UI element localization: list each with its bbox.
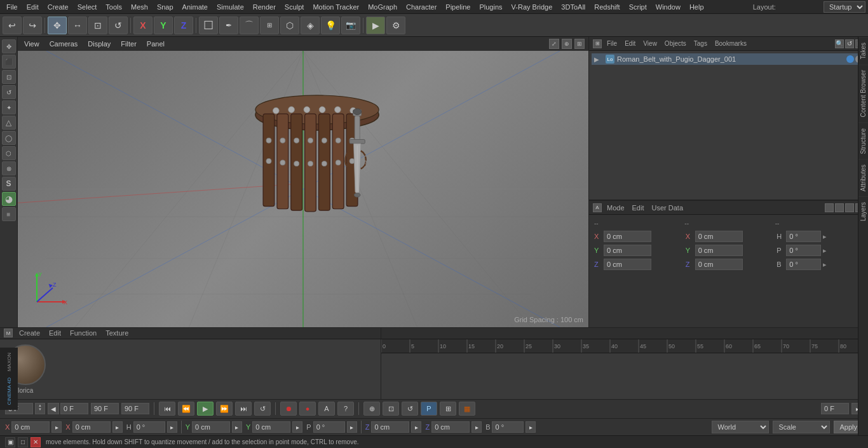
playback-mode-btn[interactable]: P [421, 402, 437, 416]
cb-input[interactable]: 0 ° [492, 421, 524, 433]
obj-menu-objects[interactable]: Objects [662, 39, 689, 48]
snap-btn-3[interactable]: ↺ [402, 402, 418, 416]
attr-menu-mode[interactable]: Mode [604, 203, 627, 213]
play-button[interactable]: ▶ [197, 402, 214, 416]
menu-motion-tracker[interactable]: Motion Tracker [309, 2, 363, 12]
viewport[interactable]: View Cameras Display Filter Panel ⤢ ⊕ ⊞ … [18, 37, 588, 327]
frame-back-btn[interactable]: ◀ [48, 403, 59, 414]
h-arrow[interactable]: ▸ [823, 233, 827, 241]
end-frame-input2[interactable]: 90 F [121, 403, 149, 414]
redo-button[interactable]: ↩ [23, 17, 42, 34]
object-mode-button[interactable]: ☐ [199, 17, 218, 34]
cp-arrow[interactable]: ▸ [347, 421, 357, 433]
cx-size-input[interactable]: 0 cm [72, 421, 111, 433]
left-tool-5[interactable]: ✦ [2, 100, 16, 114]
mat-menu-function[interactable]: Function [67, 328, 99, 338]
world-dropdown[interactable]: World [712, 421, 769, 433]
z-axis-button[interactable]: Z [174, 17, 193, 34]
attr-menu-userdata[interactable]: User Data [649, 203, 686, 213]
left-tool-9[interactable]: ⊗ [2, 161, 16, 175]
obj-menu-edit[interactable]: Edit [622, 39, 638, 48]
attr-menu-edit[interactable]: Edit [630, 203, 647, 213]
obj-menu-file[interactable]: File [604, 39, 620, 48]
anim-record-btn[interactable]: ▦ [459, 402, 475, 416]
cz-size-input[interactable]: 0 cm [431, 421, 470, 433]
mat-menu-texture[interactable]: Texture [103, 328, 131, 338]
left-tool-7[interactable]: ◯ [2, 131, 16, 145]
status-icon-2[interactable]: □ [18, 437, 28, 447]
menu-tools[interactable]: Tools [102, 2, 126, 12]
snap-btn-2[interactable]: ⊡ [383, 402, 399, 416]
left-tool-4[interactable]: ↺ [2, 85, 16, 99]
cz-pos-arrow[interactable]: ▸ [411, 421, 421, 433]
left-tool-3[interactable]: ⊡ [2, 70, 16, 84]
menu-animate[interactable]: Animate [179, 2, 212, 12]
cy-pos-input[interactable]: 0 cm [192, 421, 230, 433]
cy-pos-arrow[interactable]: ▸ [232, 421, 242, 433]
timeline-question-button[interactable]: ? [337, 402, 354, 416]
vp-menu-cameras[interactable]: Cameras [47, 39, 81, 49]
vp-ctrl-1[interactable]: ⤢ [549, 39, 559, 49]
generator-button[interactable]: ⊞ [260, 17, 279, 34]
menu-3dtoall[interactable]: 3DToAll [557, 2, 589, 12]
render-view-button[interactable]: ▶ [366, 17, 385, 34]
menu-sculpt[interactable]: Sculpt [281, 2, 308, 12]
step-forward-button[interactable]: ⏩ [216, 402, 233, 416]
tab-attributes[interactable]: Attributes [858, 159, 868, 196]
left-tool-10[interactable]: S [2, 177, 16, 191]
attr-ctrl-2[interactable] [835, 203, 844, 212]
object-mgr-icon[interactable]: ⊞ [593, 39, 602, 48]
menu-plugins[interactable]: Plugins [475, 2, 506, 12]
light-button[interactable]: 💡 [321, 17, 340, 34]
menu-pipeline[interactable]: Pipeline [442, 2, 474, 12]
start-frame-input[interactable]: 0 F [60, 403, 88, 414]
render-settings-button[interactable]: ⚙ [386, 17, 405, 34]
jump-to-end-button[interactable]: ⏭ [235, 402, 252, 416]
left-tool-8[interactable]: ⬡ [2, 146, 16, 160]
cx-pos-input[interactable]: 0 cm [11, 421, 50, 433]
auto-key-button[interactable]: A [318, 402, 335, 416]
refresh-icon[interactable]: ↺ [845, 39, 854, 48]
menu-window[interactable]: Window [652, 2, 684, 12]
mat-icon[interactable]: M [4, 329, 13, 337]
obj-menu-tags[interactable]: Tags [691, 39, 710, 48]
x-size-input[interactable]: 0 cm [695, 231, 743, 242]
y-size-input[interactable]: 0 cm [695, 245, 743, 256]
left-tool-11[interactable]: ◕ [2, 192, 16, 206]
pen-button[interactable]: ✒ [219, 17, 238, 34]
snap-btn-1[interactable]: ⊕ [363, 402, 380, 416]
step-back-button[interactable]: ⏪ [178, 402, 194, 416]
y-pos-input[interactable]: 0 cm [604, 245, 651, 256]
menu-select[interactable]: Select [74, 2, 101, 12]
menu-create[interactable]: Create [44, 2, 72, 12]
menu-redshift[interactable]: Redshift [590, 2, 623, 12]
obj-menu-view[interactable]: View [641, 39, 660, 48]
menu-help[interactable]: Help [686, 2, 708, 12]
frame-stepper[interactable]: ▲ ▼ [35, 403, 45, 414]
tab-layers[interactable]: Layers [858, 196, 868, 226]
cz-pos-input[interactable]: 0 cm [371, 421, 409, 433]
menu-vray[interactable]: V-Ray Bridge [508, 2, 557, 12]
layout-select[interactable]: Startup [824, 1, 865, 13]
z-pos-input[interactable]: 0 cm [604, 259, 651, 270]
status-icon-close[interactable]: ✕ [31, 437, 41, 447]
menu-mesh[interactable]: Mesh [127, 2, 152, 12]
spline-button[interactable]: ⌒ [240, 17, 259, 34]
x-axis-button[interactable]: X [133, 17, 153, 34]
left-tool-1[interactable]: ✥ [2, 39, 16, 53]
h-input[interactable]: 0 ° [786, 231, 821, 242]
menu-edit[interactable]: Edit [23, 2, 43, 12]
move-tool-button[interactable]: ↔ [68, 17, 87, 34]
menu-script[interactable]: Script [625, 2, 651, 12]
attr-ctrl-3[interactable] [845, 203, 854, 212]
menu-render[interactable]: Render [249, 2, 280, 12]
object-item-roman-belt[interactable]: ▶ Lo Roman_Belt_with_Pugio_Dagger_001 [592, 53, 865, 65]
frame-display[interactable]: 0 F [821, 403, 849, 414]
record-button[interactable]: ⏺ [280, 402, 297, 416]
cx-pos-arrow[interactable]: ▸ [51, 421, 62, 433]
search-icon[interactable]: 🔍 [835, 39, 844, 48]
camera-button[interactable]: 📷 [341, 17, 360, 34]
vp-menu-filter[interactable]: Filter [118, 39, 139, 49]
vp-menu-view[interactable]: View [22, 39, 42, 49]
field-button[interactable]: ◈ [301, 17, 320, 34]
